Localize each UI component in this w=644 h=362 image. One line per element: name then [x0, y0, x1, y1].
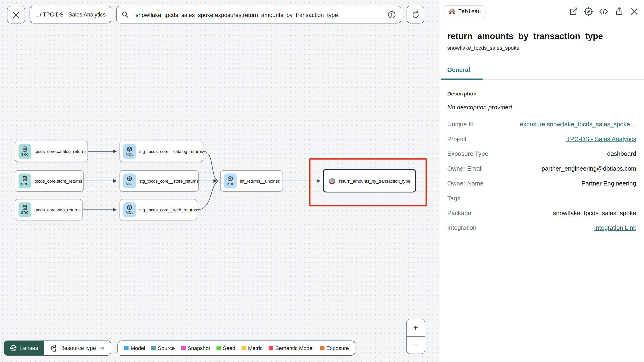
- node-label: stg_tpcds_core__store_returns: [139, 178, 199, 183]
- info-icon[interactable]: [388, 10, 396, 19]
- legend-label: Semantic Model: [276, 345, 314, 351]
- legend-item: Exposure: [320, 345, 349, 351]
- cube-icon: [127, 146, 132, 152]
- field-label: Package: [447, 209, 471, 216]
- model-badge: MDL: [224, 173, 236, 188]
- panel-actions: [569, 7, 639, 16]
- field-value: partner_engineering@dbtlabs.com: [542, 165, 636, 172]
- field-value: dashboard: [607, 150, 636, 157]
- details-panel-header: Tableau: [440, 0, 644, 23]
- lenses-label: Lenses: [20, 345, 38, 351]
- share-button[interactable]: [614, 7, 623, 16]
- legend-swatch: [242, 346, 246, 350]
- node-int-returns-unioned[interactable]: MDL int_returns__unioned: [220, 170, 283, 192]
- field-row: Tags: [447, 195, 636, 202]
- node-label: int_returns__unioned: [240, 178, 280, 183]
- tableau-logo-icon: [448, 8, 456, 15]
- source-badge: SRC: [18, 144, 31, 159]
- lenses-button[interactable]: Lenses: [4, 341, 44, 355]
- field-row: Integration Integration Link: [447, 224, 636, 231]
- close-icon: [14, 12, 18, 17]
- panel-tabs: General: [440, 66, 644, 80]
- tableau-badge-label: Tableau: [458, 8, 481, 14]
- legend-swatch: [269, 346, 273, 350]
- database-icon: [22, 146, 28, 152]
- search-input[interactable]: +snowflake_tpcds_sales_spoke.exposures.r…: [116, 6, 401, 23]
- legend-item: Semantic Model: [269, 345, 314, 351]
- node-label: tpcds_core.store_returns: [34, 178, 82, 183]
- source-badge: SRC: [18, 202, 31, 217]
- node-tpcds-core-store-returns[interactable]: SRC tpcds_core.store_returns: [15, 170, 84, 192]
- field-value: Partner Engineering: [582, 180, 636, 187]
- tab-general[interactable]: General: [441, 66, 482, 80]
- field-row: Owner Name Partner Engineering: [447, 180, 636, 187]
- legend-label: Exposure: [326, 345, 349, 351]
- node-stg-tpcds-core-store-returns[interactable]: MDL stg_tpcds_core__store_returns: [120, 170, 199, 192]
- refresh-icon: [412, 10, 420, 19]
- field-row: Exposure Type dashboard: [447, 150, 636, 157]
- resource-type-icon: [50, 344, 56, 352]
- node-tpcds-core-web-returns[interactable]: SRC tpcds_core.web_returns: [15, 199, 82, 221]
- model-badge: MDL: [123, 202, 136, 217]
- legend-item: Metric: [242, 345, 263, 351]
- code-button[interactable]: [599, 7, 608, 16]
- node-stg-tpcds-core-catalog-returns[interactable]: MDL stg_tpcds_core__catalog_returns: [120, 141, 203, 162]
- close-lineage-button[interactable]: [7, 6, 25, 23]
- details-fields: Unique Id exposure.snowflake_tpcds_sales…: [447, 120, 636, 231]
- resource-legend: Model Source Snapshot Seed: [118, 340, 356, 356]
- zoom-out-button[interactable]: −: [406, 336, 425, 353]
- details-panel: Tableau return_am: [439, 0, 644, 362]
- breadcrumb[interactable]: .. / TPC-DS - Sales Analytics: [30, 6, 111, 23]
- source-badge: SRC: [18, 173, 31, 188]
- legend-swatch: [151, 346, 156, 350]
- node-label: stg_tpcds_core__web_returns: [139, 207, 197, 212]
- node-label: tpcds_core.catalog_returns: [34, 149, 86, 154]
- legend-item: Model: [124, 345, 145, 351]
- legend-item: Seed: [216, 345, 236, 351]
- legend-item: Source: [151, 345, 175, 351]
- field-value: Integration Link: [594, 224, 636, 231]
- legend-item: Snapshot: [181, 345, 210, 351]
- field-label: Tags: [447, 195, 460, 202]
- field-value: snowflake_tpcds_sales_spoke: [553, 209, 636, 216]
- node-exposure-return-amounts-by-transaction-type[interactable]: return_amounts_by_transaction_type: [323, 169, 416, 192]
- database-icon: [22, 205, 28, 210]
- zoom-controls: + −: [406, 319, 425, 354]
- node-label: stg_tpcds_core__catalog_returns: [139, 149, 203, 154]
- model-badge: MDL: [123, 144, 136, 159]
- breadcrumb-label: .. / TPC-DS - Sales Analytics: [35, 12, 106, 18]
- lenses-control: Lenses Resource type: [4, 340, 111, 356]
- field-row: Project TPC-DS - Sales Analytics: [447, 135, 636, 142]
- field-label: Owner Email: [447, 165, 482, 172]
- resource-type-label: Resource type: [60, 345, 96, 351]
- field-label: Project: [447, 135, 466, 142]
- chevron-down-icon: [100, 345, 105, 351]
- share-icon: [614, 7, 623, 16]
- details-panel-body: return_amounts_by_transaction_type snowf…: [440, 31, 644, 231]
- search-value: +snowflake_tpcds_sales_spoke.exposures.r…: [132, 11, 384, 18]
- app: .. / TPC-DS - Sales Analytics +snowflake…: [0, 0, 644, 362]
- field-label: Exposure Type: [447, 150, 488, 157]
- cube-icon: [127, 205, 132, 210]
- node-label: tpcds_core.web_returns: [34, 207, 81, 212]
- legend-label: Snapshot: [188, 345, 210, 351]
- node-tpcds-core-catalog-returns[interactable]: SRC tpcds_core.catalog_returns: [15, 141, 88, 162]
- lineage-canvas[interactable]: .. / TPC-DS - Sales Analytics +snowflake…: [0, 0, 439, 362]
- description-label: Description: [447, 91, 636, 97]
- close-panel-button[interactable]: [630, 7, 638, 16]
- resource-title: return_amounts_by_transaction_type: [447, 31, 636, 41]
- legend-label: Seed: [223, 345, 236, 351]
- field-label: Unique Id: [447, 120, 474, 127]
- field-label: Owner Name: [447, 180, 484, 187]
- node-stg-tpcds-core-web-returns[interactable]: MDL stg_tpcds_core__web_returns: [120, 199, 197, 221]
- model-badge: MDL: [123, 173, 136, 188]
- close-icon: [630, 7, 638, 16]
- open-in-new-button[interactable]: [569, 7, 578, 16]
- tableau-badge[interactable]: Tableau: [444, 6, 485, 18]
- refresh-button[interactable]: [406, 6, 424, 23]
- legend-swatch: [216, 346, 221, 350]
- legend-label: Metric: [248, 345, 263, 351]
- explore-button[interactable]: [584, 7, 593, 16]
- resource-type-dropdown[interactable]: Resource type: [44, 341, 111, 355]
- zoom-in-button[interactable]: +: [406, 319, 425, 336]
